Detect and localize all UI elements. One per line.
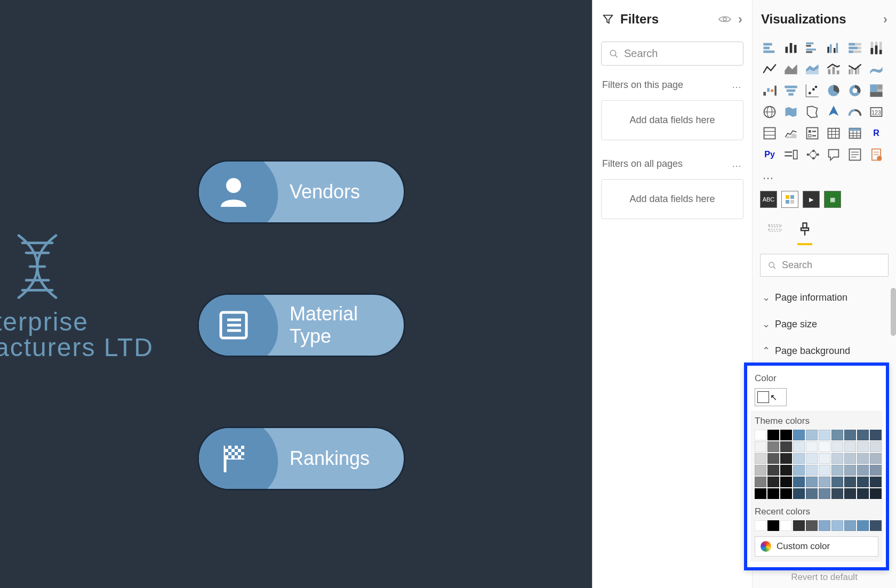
theme-color-swatch[interactable] — [819, 477, 830, 487]
viz-area[interactable] — [781, 60, 801, 79]
viz-treemap[interactable] — [867, 81, 886, 100]
theme-color-swatch[interactable] — [793, 477, 805, 487]
theme-color-swatch[interactable] — [755, 441, 766, 452]
theme-color-swatch[interactable] — [857, 477, 869, 487]
viz-key-influencers[interactable] — [781, 145, 801, 164]
theme-color-swatch[interactable] — [767, 430, 779, 440]
filters-allpages-dropzone[interactable]: Add data fields here — [601, 179, 743, 219]
theme-color-swatch[interactable] — [780, 488, 792, 499]
viz-gauge[interactable] — [845, 102, 865, 122]
theme-color-swatch[interactable] — [819, 441, 830, 452]
theme-color-swatch[interactable] — [793, 430, 805, 440]
theme-color-swatch[interactable] — [793, 441, 805, 452]
theme-color-swatch[interactable] — [831, 488, 843, 499]
recent-color-swatch[interactable] — [831, 520, 843, 531]
theme-color-swatch[interactable] — [755, 465, 766, 476]
theme-color-swatch[interactable] — [870, 477, 882, 487]
eye-icon[interactable] — [718, 15, 732, 23]
theme-color-swatch[interactable] — [755, 430, 766, 440]
viz-line-clustered[interactable] — [845, 60, 865, 79]
extra-visual-2[interactable] — [781, 191, 798, 208]
nav-button-rankings[interactable]: Rankings — [197, 426, 405, 490]
nav-button-material-type[interactable]: Material Type — [197, 293, 405, 357]
theme-color-swatch[interactable] — [844, 465, 856, 476]
theme-color-swatch[interactable] — [819, 430, 830, 440]
recent-color-swatch[interactable] — [870, 520, 882, 531]
viz-paginated[interactable] — [867, 145, 886, 164]
recent-color-swatch[interactable] — [819, 520, 830, 531]
viz-shape-map[interactable] — [803, 102, 822, 122]
theme-color-swatch[interactable] — [819, 453, 830, 464]
viz-python[interactable]: Py — [760, 145, 779, 164]
theme-color-swatch[interactable] — [806, 488, 818, 499]
recent-color-swatch[interactable] — [767, 520, 779, 531]
theme-color-swatch[interactable] — [831, 441, 843, 452]
custom-color-button[interactable]: Custom color — [755, 536, 878, 557]
more-icon[interactable]: … — [732, 158, 742, 170]
theme-color-swatch[interactable] — [793, 453, 805, 464]
chevron-right-icon[interactable]: › — [883, 12, 887, 27]
viz-clustered-bar[interactable] — [803, 38, 822, 58]
theme-color-swatch[interactable] — [755, 453, 766, 464]
nav-button-vendors[interactable]: Vendors — [197, 160, 405, 224]
theme-color-swatch[interactable] — [767, 441, 779, 452]
viz-line-stacked[interactable] — [824, 60, 843, 79]
theme-color-swatch[interactable] — [844, 453, 856, 464]
viz-pie[interactable] — [824, 81, 843, 100]
theme-color-swatch[interactable] — [844, 441, 856, 452]
viz-scatter[interactable] — [803, 81, 822, 100]
recent-color-swatch[interactable] — [857, 520, 869, 531]
theme-color-swatch[interactable] — [806, 477, 818, 487]
theme-color-swatch[interactable] — [806, 430, 818, 440]
acc-page-size[interactable]: ⌄ Page size — [753, 311, 896, 337]
theme-color-swatch[interactable] — [819, 488, 830, 499]
viz-waterfall[interactable] — [760, 81, 779, 100]
viz-card[interactable]: 123 — [867, 102, 886, 122]
viz-stacked-column[interactable] — [781, 38, 801, 58]
viz-r-script[interactable]: R — [867, 124, 886, 143]
viz-azure-map[interactable] — [824, 102, 843, 122]
acc-page-information[interactable]: ⌄ Page information — [753, 284, 896, 311]
viz-ribbon[interactable] — [867, 60, 886, 79]
theme-color-swatch[interactable] — [844, 430, 856, 440]
tab-format[interactable] — [797, 222, 812, 245]
theme-color-swatch[interactable] — [870, 453, 882, 464]
viz-100-stacked-bar[interactable] — [845, 38, 865, 58]
viz-decomposition[interactable] — [803, 145, 822, 164]
theme-color-swatch[interactable] — [767, 453, 779, 464]
viz-multi-card[interactable] — [760, 124, 779, 143]
theme-color-swatch[interactable] — [857, 441, 869, 452]
theme-color-swatch[interactable] — [767, 488, 779, 499]
theme-color-swatch[interactable] — [831, 453, 843, 464]
color-swatch-button[interactable]: ↖ — [755, 388, 787, 406]
theme-color-swatch[interactable] — [857, 488, 869, 499]
theme-color-swatch[interactable] — [857, 465, 869, 476]
format-search-input[interactable]: Search — [760, 254, 889, 277]
theme-color-swatch[interactable] — [831, 477, 843, 487]
viz-kpi[interactable] — [781, 124, 801, 143]
recent-color-swatch[interactable] — [806, 520, 818, 531]
theme-color-swatch[interactable] — [870, 465, 882, 476]
theme-color-swatch[interactable] — [780, 453, 792, 464]
recent-color-swatch[interactable] — [755, 520, 766, 531]
viz-funnel[interactable] — [781, 81, 801, 100]
extra-visual-1[interactable]: ABC — [760, 191, 777, 208]
chevron-right-icon[interactable]: › — [738, 12, 742, 27]
viz-stacked-area[interactable] — [803, 60, 822, 79]
recent-color-swatch[interactable] — [793, 520, 805, 531]
viz-narrative[interactable] — [845, 145, 865, 164]
theme-color-swatch[interactable] — [870, 430, 882, 440]
viz-clustered-column[interactable] — [824, 38, 843, 58]
theme-color-swatch[interactable] — [819, 465, 830, 476]
viz-more-icon[interactable]: … — [753, 168, 896, 189]
extra-visual-4[interactable]: ▦ — [824, 191, 841, 208]
theme-color-swatch[interactable] — [857, 430, 869, 440]
theme-color-swatch[interactable] — [857, 453, 869, 464]
viz-matrix[interactable] — [845, 124, 865, 143]
recent-color-swatch[interactable] — [780, 520, 792, 531]
viz-donut[interactable] — [845, 81, 865, 100]
theme-color-swatch[interactable] — [755, 488, 766, 499]
recent-color-swatch[interactable] — [844, 520, 856, 531]
viz-filled-map[interactable] — [781, 102, 801, 122]
viz-line[interactable] — [760, 60, 779, 79]
